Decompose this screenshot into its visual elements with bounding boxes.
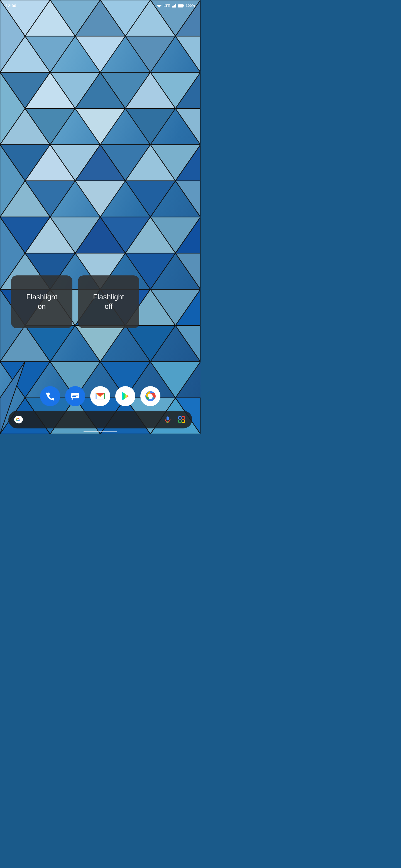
svg-rect-89 <box>175 4 176 7</box>
app-dock <box>0 386 200 406</box>
voice-search-button[interactable] <box>163 414 173 425</box>
svg-point-108 <box>14 416 22 423</box>
dock-gmail[interactable] <box>90 386 110 406</box>
search-right-icons <box>163 414 187 425</box>
dock-play-store[interactable] <box>115 386 135 406</box>
wallpaper <box>0 0 200 434</box>
battery-icon <box>178 4 184 7</box>
svg-rect-88 <box>174 5 175 7</box>
wifi-icon <box>157 4 162 7</box>
svg-rect-115 <box>182 420 184 423</box>
dock-phone[interactable] <box>40 386 60 406</box>
svg-rect-92 <box>183 5 184 6</box>
svg-rect-86 <box>172 6 173 7</box>
svg-rect-91 <box>178 4 183 7</box>
svg-rect-109 <box>167 416 169 421</box>
svg-rect-87 <box>173 6 174 7</box>
svg-marker-94 <box>71 398 74 400</box>
svg-rect-113 <box>182 416 184 419</box>
status-time: 12:00 <box>6 3 16 8</box>
flashlight-on-button[interactable]: Flashlight on <box>11 275 73 328</box>
home-indicator <box>84 431 117 432</box>
svg-rect-93 <box>71 393 79 398</box>
svg-rect-112 <box>178 416 181 419</box>
svg-marker-102 <box>122 392 128 401</box>
svg-rect-96 <box>73 396 76 397</box>
status-right-icons: LTE 100% <box>157 4 195 8</box>
search-bar[interactable]: G <box>8 411 192 428</box>
svg-rect-114 <box>178 420 181 423</box>
lte-label: LTE <box>164 4 170 8</box>
battery-label: 100% <box>186 4 195 8</box>
signal-icon <box>172 4 176 7</box>
status-bar: 12:00 LTE 100% <box>0 0 200 11</box>
flashlight-area: Flashlight on Flashlight off <box>11 275 139 328</box>
svg-point-105 <box>148 394 152 398</box>
flashlight-off-button[interactable]: Flashlight off <box>78 275 139 328</box>
svg-rect-95 <box>73 395 78 396</box>
dock-messages[interactable] <box>65 386 85 406</box>
lens-search-button[interactable] <box>176 414 187 425</box>
dock-chrome[interactable] <box>140 386 161 406</box>
google-g-icon: G <box>14 414 24 425</box>
